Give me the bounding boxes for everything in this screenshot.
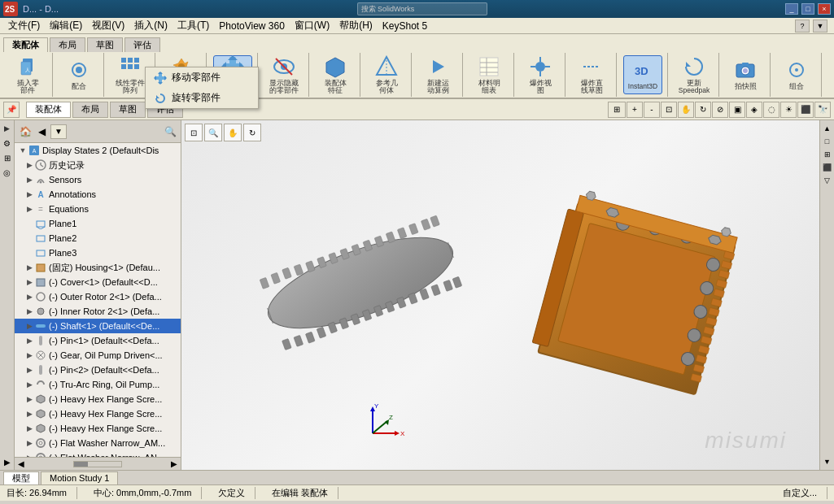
expander-history[interactable]: ▶ <box>24 161 34 169</box>
rp-icon-2[interactable]: □ <box>821 135 834 148</box>
tree-expander-root[interactable]: ▼ <box>18 146 28 154</box>
rp-icon-4[interactable]: ⬛ <box>821 161 834 174</box>
tree-root[interactable]: ▼ A Display States 2 (Default<Dis <box>15 143 181 158</box>
zoom-out-icon[interactable]: - <box>644 102 660 118</box>
tree-item-plane2[interactable]: Plane2 <box>15 231 181 245</box>
sec-tab-assembly[interactable]: 装配体 <box>26 102 71 118</box>
viewport[interactable]: ⊡ 🔍 ✋ ↻ <box>181 120 819 470</box>
rotate-icon[interactable]: ↻ <box>695 102 711 118</box>
expander-hex1[interactable]: ▶ <box>24 395 34 403</box>
rp-icon-1[interactable]: ▲ <box>821 122 834 135</box>
tree-item-plane3[interactable]: Plane3 <box>15 245 181 260</box>
status-custom[interactable]: 自定义... <box>783 487 827 499</box>
feature-tree-back-icon[interactable]: ◀ <box>34 124 49 139</box>
rp-icon-3[interactable]: ⊞ <box>821 148 834 161</box>
expander-equations[interactable]: ▶ <box>24 205 34 213</box>
tree-item-flat-washer-1[interactable]: ▶ (-) Flat Washer Narrow_AM... <box>15 436 181 450</box>
view-orient-icon[interactable]: ▣ <box>729 102 745 118</box>
expander-sensors[interactable]: ▶ <box>24 176 34 184</box>
menu-view[interactable]: 视图(V) <box>87 17 129 34</box>
help-icon[interactable]: ? <box>795 20 810 33</box>
tree-scroll-right[interactable]: ▶ <box>171 459 177 468</box>
display-style-icon[interactable]: ◈ <box>746 102 762 118</box>
tree-item-shaft[interactable]: ▶ (-) Shaft<1> (Default<<De... <box>15 319 181 333</box>
camera-icon[interactable]: 🔭 <box>814 102 831 118</box>
speedpak-button[interactable]: 更新Speedpak <box>675 55 714 94</box>
view-pan[interactable]: ✋ <box>224 124 242 141</box>
expander-gear-oil[interactable]: ▶ <box>24 351 34 359</box>
expander-outer-rotor[interactable]: ▶ <box>24 293 34 301</box>
tree-item-gear-oil[interactable]: ▶ (-) Gear, Oil Pump Driven<... <box>15 348 181 363</box>
menu-file[interactable]: 文件(F) <box>3 17 45 34</box>
view-zoom-to-fit[interactable]: ⊡ <box>185 124 203 141</box>
expander-annotations[interactable]: ▶ <box>24 190 34 198</box>
tree-item-equations[interactable]: ▶ = Equations <box>15 202 181 216</box>
tree-item-inner-rotor[interactable]: ▶ (-) Inner Rotor 2<1> (Defa... <box>15 304 181 319</box>
close-button[interactable]: × <box>818 3 831 15</box>
snapshot-button[interactable]: 拍快照 <box>726 55 765 94</box>
mate-button[interactable]: 配合 <box>59 55 98 94</box>
feature-tree-filter-btn[interactable]: ▼ <box>50 124 67 139</box>
pan-icon[interactable]: ✋ <box>678 102 694 118</box>
tab-assembly[interactable]: 装配体 <box>3 37 48 52</box>
instant3d-button[interactable]: 3D Instant3D <box>623 55 662 94</box>
expander-tru-arc[interactable]: ▶ <box>24 380 34 389</box>
expander-housing[interactable]: ▶ <box>24 263 34 272</box>
expand-panel-icon[interactable]: ▶ <box>1 455 14 468</box>
tab-sketch[interactable]: 草图 <box>87 37 123 52</box>
tree-item-housing[interactable]: ▶ (固定) Housing<1> (Defau... <box>15 260 181 275</box>
dim-expert-icon[interactable]: ◎ <box>1 166 14 179</box>
explode-view-button[interactable]: 爆炸视图 <box>521 55 560 94</box>
menu-insert[interactable]: 插入(N) <box>129 17 172 34</box>
rp-icon-bottom[interactable]: ▼ <box>821 455 834 468</box>
tree-item-flat-washer-2[interactable]: ▶ (-) Flat Washer Narrow_AN... <box>15 450 181 457</box>
property-manager-icon[interactable]: ⚙ <box>1 137 14 150</box>
expander-shaft[interactable]: ▶ <box>24 322 34 330</box>
sec-tab-layout[interactable]: 布局 <box>72 102 108 118</box>
make-part-button[interactable]: 制作零件 <box>828 55 834 94</box>
feature-tree-content[interactable]: ▼ A Display States 2 (Default<Dis ▶ <box>15 143 181 457</box>
rp-icon-5[interactable]: ▽ <box>821 174 834 187</box>
maximize-button[interactable]: □ <box>801 3 814 15</box>
apply-scene-icon[interactable]: ⬛ <box>797 102 814 118</box>
reference-geo-button[interactable]: 参考几何体 <box>367 55 406 94</box>
hide-show-icon[interactable]: ◌ <box>763 102 779 118</box>
sec-tab-sketch[interactable]: 草图 <box>110 102 146 118</box>
feature-tree-search-icon[interactable]: 🔍 <box>163 124 177 139</box>
view-nav-icon[interactable]: ⊞ <box>608 102 626 118</box>
tab-evaluate[interactable]: 评估 <box>124 37 160 52</box>
tree-item-outer-rotor[interactable]: ▶ (-) Outer Rotor 2<1> (Defa... <box>15 289 181 304</box>
tree-item-history[interactable]: ▶ 历史记录 <box>15 158 181 172</box>
tree-item-hex-flange-2[interactable]: ▶ (-) Heavy Hex Flange Scre... <box>15 406 181 421</box>
menu-edit[interactable]: 编辑(E) <box>45 17 87 34</box>
tree-item-sensors[interactable]: ▶ Sensors <box>15 172 181 187</box>
section-icon[interactable]: ⊘ <box>712 102 728 118</box>
bottom-tab-motion[interactable]: Motion Study 1 <box>41 471 118 484</box>
tree-item-pin2[interactable]: ▶ (-) Pin<2> (Default<<Defa... <box>15 363 181 377</box>
expander-washer1[interactable]: ▶ <box>24 439 34 447</box>
config-manager-icon[interactable]: ⊞ <box>1 151 14 164</box>
assembly-features-button[interactable]: 装配体特征 <box>316 55 355 94</box>
minimize-button[interactable]: _ <box>785 3 798 15</box>
materials-button[interactable]: 材料明细表 <box>469 55 509 94</box>
expander-hex2[interactable]: ▶ <box>24 410 34 418</box>
expander-inner-rotor[interactable]: ▶ <box>24 307 34 315</box>
lighting-icon[interactable]: ☀ <box>780 102 797 118</box>
menu-tools[interactable]: 工具(T) <box>172 17 214 34</box>
expander-pin2[interactable]: ▶ <box>24 366 34 374</box>
view-rotate[interactable]: ↻ <box>243 124 261 141</box>
tree-item-hex-flange-3[interactable]: ▶ (-) Heavy Hex Flange Scre... <box>15 421 181 436</box>
view-zoom-in[interactable]: 🔍 <box>204 124 222 141</box>
pin-icon[interactable]: 📌 <box>3 102 20 118</box>
menu-photoview[interactable]: PhotoView 360 <box>214 19 290 33</box>
bottom-tab-model[interactable]: 模型 <box>3 471 39 484</box>
explode-line-button[interactable]: 爆炸直线草图 <box>572 55 611 94</box>
zoom-fit-icon[interactable]: ⊡ <box>661 102 677 118</box>
menu-keyshot[interactable]: KeyShot 5 <box>378 19 432 33</box>
tree-item-plane1[interactable]: Plane1 <box>15 216 181 231</box>
tree-item-pin1[interactable]: ▶ (-) Pin<1> (Default<<Defa... <box>15 333 181 348</box>
tree-scroll-left[interactable]: ◀ <box>18 459 24 468</box>
linear-pattern-button[interactable]: 线性零件阵列 <box>111 55 150 94</box>
insert-part-button[interactable]: 人 插入零部件 <box>8 55 47 94</box>
expander-hex3[interactable]: ▶ <box>24 424 34 432</box>
